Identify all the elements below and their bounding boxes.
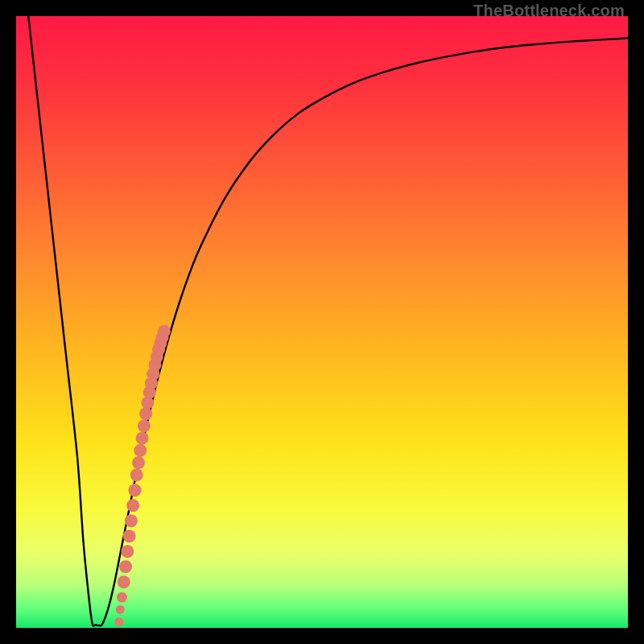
highlight-dot: [132, 456, 145, 469]
highlight-dot: [139, 407, 152, 420]
highlight-dot: [158, 324, 171, 337]
highlight-dot: [118, 576, 130, 588]
curve-layer: [16, 16, 628, 628]
highlight-dot: [125, 514, 138, 527]
plot-area: [16, 16, 628, 628]
highlight-dot: [123, 530, 136, 543]
highlight-dots: [114, 324, 171, 626]
highlight-dot: [119, 560, 132, 573]
highlight-dot: [116, 605, 125, 614]
bottleneck-curve: [28, 16, 628, 626]
watermark-label: TheBottleneck.com: [473, 2, 625, 20]
highlight-dot: [126, 499, 139, 512]
highlight-dot: [114, 617, 123, 626]
highlight-dot: [136, 431, 149, 444]
highlight-dot: [117, 592, 127, 603]
highlight-dot: [138, 419, 151, 432]
highlight-dot: [128, 484, 141, 497]
highlight-dot: [121, 545, 134, 558]
chart-frame: TheBottleneck.com: [0, 0, 644, 644]
highlight-dot: [130, 469, 143, 481]
highlight-dot: [134, 444, 147, 457]
